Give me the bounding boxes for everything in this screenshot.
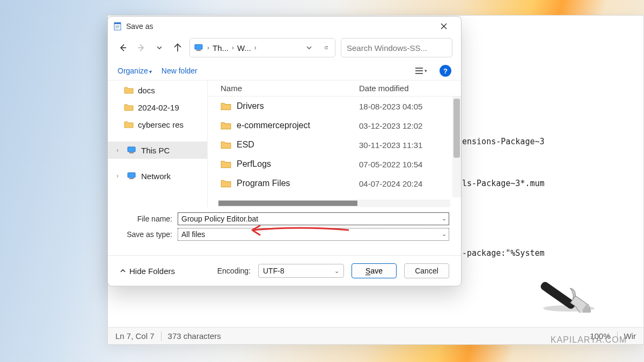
encoding-select[interactable]: UTF-8 ⌄ <box>258 264 344 278</box>
type-label: Save as type: <box>120 230 178 239</box>
folder-icon <box>221 102 231 110</box>
column-headers: Name Date modified <box>208 80 461 97</box>
file-date: 18-08-2023 04:05 <box>359 102 461 111</box>
back-button[interactable] <box>116 40 129 55</box>
new-folder-button[interactable]: New folder <box>162 67 197 75</box>
cancel-button[interactable]: Cancel <box>404 263 449 278</box>
view-mode-button[interactable]: ▾ <box>412 63 430 78</box>
code-line: -package:"%System <box>462 246 545 260</box>
toolbar: Organize▾ New folder ▾ ? <box>108 62 461 80</box>
file-date: 04-07-2024 20:24 <box>359 179 461 188</box>
horizontal-scrollbar[interactable] <box>218 200 450 207</box>
up-button[interactable] <box>171 40 184 55</box>
file-list: Drivers 18-08-2023 04:05 e-commerceproje… <box>208 97 461 197</box>
cursor-position: Ln 7, Col 7 <box>115 331 155 341</box>
col-name[interactable]: Name <box>221 84 359 93</box>
file-name: Program Files <box>237 179 359 188</box>
breadcrumb-seg[interactable]: W... <box>237 43 251 53</box>
forward-button[interactable] <box>135 40 148 55</box>
col-date[interactable]: Date modified <box>359 84 461 93</box>
folder-icon <box>221 121 231 130</box>
type-value: All files <box>181 230 205 239</box>
sidebar-item-label: This PC <box>141 146 170 155</box>
scrollbar-thumb[interactable] <box>453 99 460 158</box>
chevron-right-icon[interactable]: › <box>116 146 123 154</box>
arrow-up-icon <box>173 43 182 52</box>
file-row[interactable]: Drivers 18-08-2023 04:05 <box>208 97 461 116</box>
chevron-right-icon[interactable]: › <box>116 172 123 180</box>
search-input[interactable] <box>347 43 449 53</box>
notepad-icon <box>113 22 122 31</box>
chevron-down-icon: ⌄ <box>334 268 339 275</box>
file-row[interactable]: e-commerceproject 03-12-2023 12:02 <box>208 116 461 135</box>
chevron-down-icon[interactable]: ⌄ <box>442 215 447 222</box>
titlebar: Save as <box>108 17 461 36</box>
filename-value: Group Policy Editor.bat <box>181 215 258 223</box>
sidebar-item-cybersec[interactable]: cybersec res <box>108 116 207 133</box>
save-button[interactable]: Save <box>352 263 397 278</box>
svg-rect-20 <box>129 178 134 179</box>
file-date: 30-11-2023 11:31 <box>359 141 461 150</box>
file-row[interactable]: PerfLogs 07-05-2022 10:54 <box>208 154 461 174</box>
file-date: 03-12-2023 12:02 <box>359 121 461 130</box>
sidebar-item-label: 2024-02-19 <box>138 103 179 112</box>
pc-icon <box>127 146 137 154</box>
hide-folders-label: Hide Folders <box>129 267 175 276</box>
code-line: ls-Package~3*.mum <box>462 176 545 190</box>
filename-label: File name: <box>120 215 178 223</box>
close-icon <box>441 23 447 29</box>
svg-rect-19 <box>128 173 135 178</box>
svg-rect-18 <box>129 152 134 153</box>
svg-rect-11 <box>196 50 201 51</box>
close-button[interactable] <box>432 19 456 34</box>
chevron-right-icon: › <box>253 44 258 51</box>
folder-icon <box>221 160 231 168</box>
encoding-value: UTF-8 <box>263 267 284 275</box>
file-name: ESD <box>237 140 359 150</box>
folder-icon <box>124 86 134 94</box>
code-line: ensions-Package~3 <box>462 135 545 149</box>
search-box[interactable] <box>341 38 452 57</box>
vertical-scrollbar[interactable] <box>452 97 461 197</box>
sidebar-item-date[interactable]: 2024-02-19 <box>108 99 207 116</box>
file-name: e-commerceproject <box>237 121 359 130</box>
folder-icon <box>221 141 231 149</box>
file-row[interactable]: Program Files 04-07-2024 20:24 <box>208 174 461 193</box>
sidebar-item-docs[interactable]: docs <box>108 82 207 99</box>
file-name: Drivers <box>237 101 359 111</box>
type-select[interactable]: All files ⌄ <box>178 228 449 241</box>
file-row[interactable]: ESD 30-11-2023 11:31 <box>208 135 461 154</box>
chevron-down-icon[interactable] <box>306 45 312 51</box>
save-label-rest: ave <box>370 267 383 275</box>
nav-bar: › Th... › W... › <box>108 36 461 62</box>
dialog-footer: Hide Folders Encoding: UTF-8 ⌄ Save Canc… <box>108 255 461 286</box>
sidebar-item-label: docs <box>138 86 155 95</box>
chevron-right-icon: › <box>231 44 235 51</box>
recent-dropdown[interactable] <box>153 40 166 55</box>
arrow-right-icon <box>137 43 145 52</box>
refresh-icon[interactable] <box>322 43 331 52</box>
sidebar-item-this-pc[interactable]: › This PC <box>108 142 207 159</box>
folder-icon <box>221 179 231 188</box>
address-bar[interactable]: › Th... › W... › <box>189 38 335 57</box>
breadcrumb-seg[interactable]: Th... <box>213 43 229 53</box>
file-name: PerfLogs <box>237 159 359 169</box>
arrow-left-icon <box>119 43 127 52</box>
encoding-label: Encoding: <box>217 267 251 275</box>
sidebar-item-network[interactable]: › Network <box>108 167 207 184</box>
scrollbar-thumb[interactable] <box>218 201 357 206</box>
chevron-down-icon[interactable]: ⌄ <box>442 231 447 238</box>
organize-label: Organize <box>118 67 148 75</box>
filename-input[interactable]: Group Policy Editor.bat ⌄ <box>178 212 449 225</box>
hammer-icon <box>537 248 606 313</box>
file-pane: Name Date modified Drivers 18-08-2023 04… <box>208 80 461 207</box>
chevron-down-icon <box>156 45 163 51</box>
pc-icon <box>194 44 204 51</box>
hide-folders-toggle[interactable]: Hide Folders <box>120 267 175 276</box>
file-date: 07-05-2022 10:54 <box>359 160 461 169</box>
notepad-text: ensions-Package~3 ls-Package~3*.mum -pac… <box>462 107 545 288</box>
svg-rect-17 <box>128 147 135 152</box>
organize-menu[interactable]: Organize▾ <box>118 67 152 75</box>
sidebar-item-label: Network <box>141 172 171 181</box>
help-button[interactable]: ? <box>440 65 451 77</box>
